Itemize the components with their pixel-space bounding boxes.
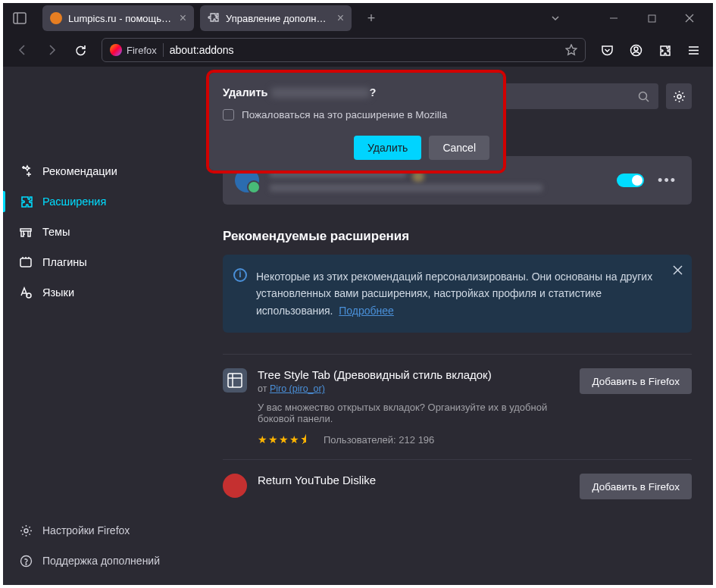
bookmark-star-icon[interactable] (565, 44, 577, 56)
firefox-logo-icon (110, 44, 122, 56)
svg-point-16 (24, 529, 28, 533)
close-icon[interactable] (673, 265, 683, 275)
info-icon: i (233, 268, 247, 282)
reload-button[interactable] (68, 38, 92, 62)
addon-enable-toggle[interactable] (617, 174, 644, 187)
svg-rect-24 (228, 374, 242, 387)
svg-line-20 (646, 99, 649, 102)
rec-author-link[interactable]: Piro (piro_or) (270, 383, 325, 394)
addon-icon (223, 368, 247, 393)
rec-author: от Piro (piro_or) (258, 383, 569, 394)
sparkle-icon (18, 164, 33, 179)
svg-rect-3 (649, 15, 655, 22)
sidebar-label: Плагины (42, 256, 87, 268)
rating-stars: ★★★★⯨ (258, 433, 311, 446)
banner-text: Некоторые из этих рекомендаций персонали… (256, 271, 652, 317)
svg-point-19 (639, 92, 647, 99)
app-menu-icon[interactable] (681, 38, 705, 62)
divider (163, 43, 164, 57)
addon-icon (223, 474, 247, 498)
help-icon (18, 553, 33, 568)
personalization-banner: i Некоторые из этих рекомендаций персона… (223, 255, 692, 333)
close-icon[interactable]: × (180, 11, 186, 25)
remove-addon-dialog: Удалить ? Пожаловаться на это расширение… (209, 73, 503, 170)
rec-title: Tree Style Tab (Древовидный стиль вкладо… (258, 368, 569, 381)
svg-point-7 (634, 47, 638, 51)
rec-users: Пользователей: 212 196 (324, 434, 434, 446)
svg-point-18 (26, 564, 27, 565)
report-checkbox-label: Пожаловаться на это расширение в Mozilla (242, 109, 447, 120)
report-checkbox[interactable] (223, 109, 234, 120)
sidebar-item-extensions[interactable]: Расширения (3, 186, 202, 217)
add-to-firefox-button[interactable]: Добавить в Firefox (580, 368, 692, 394)
sidebar-item-settings[interactable]: Настройки Firefox (3, 515, 202, 546)
gear-icon (18, 523, 33, 538)
sidebar-label: Поддержка дополнений (42, 555, 160, 567)
back-button[interactable] (11, 38, 35, 62)
url-identity: Firefox (127, 45, 157, 56)
sidebar-label: Расширения (42, 195, 106, 208)
dialog-remove-button[interactable]: Удалить (354, 136, 421, 160)
sidebar-panel-icon[interactable] (9, 8, 30, 29)
tab-label: Lumpics.ru - помощь с компь (68, 13, 174, 24)
svg-point-21 (677, 95, 681, 99)
window-close-button[interactable] (672, 5, 707, 32)
sidebar-label: Рекомендации (42, 165, 117, 177)
search-icon (638, 91, 649, 102)
section-recommended-title: Рекомендуемые расширения (223, 229, 692, 244)
sidebar-item-support[interactable]: Поддержка дополнений (3, 546, 202, 576)
puzzle-icon (208, 12, 220, 24)
tab-favicon (50, 12, 62, 24)
tab-lumpics[interactable]: Lumpics.ru - помощь с компь × (42, 5, 194, 31)
rec-description: У вас множество открытых вкладок? Органи… (258, 402, 569, 424)
recommendation-card: Tree Style Tab (Древовидный стиль вкладо… (223, 354, 692, 459)
sidebar-item-themes[interactable]: Темы (3, 217, 202, 247)
addon-desc-redacted (270, 184, 542, 192)
tab-addons[interactable]: Управление дополнениями × (200, 5, 352, 31)
window-maximize-button[interactable] (634, 5, 669, 32)
url-bar[interactable]: Firefox about:addons (102, 38, 586, 62)
dialog-addon-name-redacted (271, 88, 370, 98)
sidebar-label: Языки (42, 286, 74, 299)
url-text: about:addons (170, 44, 565, 56)
language-icon (18, 285, 33, 300)
confirm-dialog-highlight: Удалить ? Пожаловаться на это расширение… (206, 70, 506, 174)
tabs-dropdown-icon[interactable] (540, 6, 571, 30)
sidebar-item-languages[interactable]: Языки (3, 277, 202, 308)
pocket-icon[interactable] (595, 38, 619, 62)
forward-button (39, 38, 64, 62)
addon-more-button[interactable]: ••• (655, 173, 680, 189)
rec-title: Return YouTube Dislike (258, 474, 569, 486)
banner-more-link[interactable]: Подробнее (339, 305, 394, 317)
sidebar-item-recommendations[interactable]: Рекомендации (3, 156, 202, 186)
svg-rect-11 (20, 258, 31, 267)
account-icon[interactable] (624, 38, 648, 62)
brush-icon (18, 224, 33, 239)
sidebar-label: Темы (42, 226, 70, 238)
recommendation-card: Return YouTube Dislike Добавить в Firefo… (223, 459, 692, 513)
addon-tools-button[interactable] (666, 83, 692, 109)
tab-label: Управление дополнениями (226, 13, 331, 24)
extensions-icon[interactable] (652, 38, 677, 62)
dialog-cancel-button[interactable]: Cancel (429, 136, 489, 160)
add-to-firefox-button[interactable]: Добавить в Firefox (580, 474, 692, 499)
sidebar-item-plugins[interactable]: Плагины (3, 247, 202, 277)
puzzle-icon (18, 194, 33, 209)
window-minimize-button[interactable] (596, 5, 631, 32)
plugin-icon (18, 255, 33, 270)
dialog-title: Удалить (223, 86, 268, 99)
close-icon[interactable]: × (337, 11, 344, 25)
new-tab-button[interactable]: + (361, 8, 382, 29)
sidebar-label: Настройки Firefox (42, 524, 130, 536)
svg-rect-0 (14, 13, 26, 23)
